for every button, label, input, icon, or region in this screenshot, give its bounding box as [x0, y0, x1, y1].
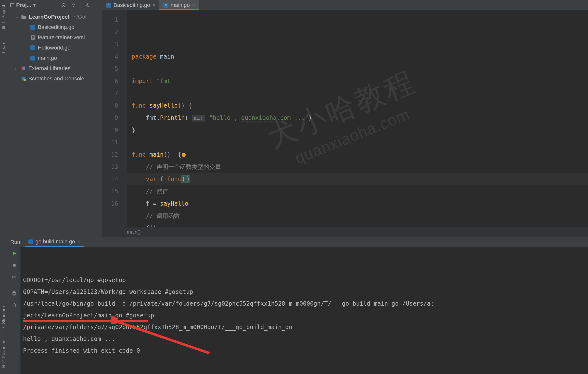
svg-rect-13	[32, 36, 34, 37]
intention-bulb-icon[interactable]	[131, 139, 138, 146]
text-file-icon	[30, 35, 35, 40]
run-panel: Run: go build main.go × GOROOT=/us	[8, 237, 588, 374]
tree-item-main[interactable]: main.go	[8, 53, 102, 63]
fold-strip[interactable]	[122, 10, 127, 227]
svg-rect-18	[22, 67, 23, 70]
svg-text:G: G	[165, 3, 167, 7]
code-line[interactable]: fmt.Println( a…: "hello , quanxiaoha.com…	[132, 112, 588, 124]
breadcrumb[interactable]: main()	[102, 227, 588, 237]
project-toolbar: Proj... ▾	[8, 0, 102, 10]
layout-icon[interactable]	[11, 273, 18, 281]
left-rail: 1: Project Learn 7: Structure 2: Favorit…	[0, 0, 8, 374]
run-header: Run: go build main.go ×	[8, 237, 588, 247]
code-line[interactable]: import "fmt"	[132, 75, 588, 87]
svg-rect-6	[96, 5, 99, 5]
close-icon[interactable]: ×	[77, 238, 81, 245]
tab-main[interactable]: G main.go ×	[159, 0, 199, 10]
svg-rect-20	[24, 67, 25, 70]
main-column: Proj... ▾ G Basicediting.go ×	[8, 0, 588, 374]
code-line[interactable]: var f func()	[127, 173, 588, 185]
print-icon[interactable]	[11, 290, 18, 297]
expand-all-icon[interactable]	[70, 2, 76, 8]
code-line[interactable]: func sayHello() {	[132, 100, 588, 112]
code-line[interactable]	[132, 87, 588, 100]
stop-icon[interactable]	[11, 262, 18, 269]
project-view-icon	[10, 3, 14, 7]
select-opened-file-icon[interactable]	[61, 2, 66, 8]
close-icon[interactable]: ×	[153, 2, 155, 8]
breadcrumb-label: main()	[127, 229, 141, 235]
code-line[interactable]: // 调用函数	[132, 210, 588, 222]
code-line[interactable]: // 赋值	[132, 185, 588, 198]
output-line: jects/LearnGoProject/main.go #gosetup	[23, 310, 586, 321]
output-line: /private/var/folders/g7/sg02phc552qffxx1…	[23, 321, 586, 333]
top-row: Proj... ▾ G Basicediting.go ×	[8, 0, 588, 10]
gear-icon[interactable]	[84, 2, 90, 8]
svg-rect-16	[30, 45, 35, 50]
code-line[interactable]: // 声明一个函数类型的变量	[132, 161, 588, 173]
tree-item-label: External Libraries	[28, 64, 70, 73]
svg-rect-17	[30, 56, 35, 61]
rail-structure[interactable]: 7: Structure	[1, 304, 6, 331]
run-sidebar	[8, 247, 21, 374]
trash-icon[interactable]	[11, 301, 18, 309]
chevron-right-icon: ›	[15, 64, 19, 73]
tree-item-label: Scratches and Console	[28, 75, 84, 83]
code-line[interactable]: f()	[132, 222, 588, 227]
svg-rect-2	[10, 3, 11, 7]
tree-item-feature[interactable]: feature-trainer-versi	[8, 32, 102, 43]
tree-scratches[interactable]: Scratches and Console	[8, 74, 102, 84]
tree-root-path: ~/Gol	[73, 13, 86, 21]
go-file-icon: G	[106, 3, 111, 8]
tree-item-helloworld[interactable]: Helloworld.go	[8, 43, 102, 53]
tree-external-libraries[interactable]: › External Libraries	[8, 63, 102, 74]
go-file-icon	[30, 25, 35, 30]
tree-item-label: main.go	[38, 54, 57, 62]
code-line[interactable]	[132, 63, 588, 75]
svg-rect-28	[13, 294, 15, 295]
annotation-underline	[23, 320, 148, 322]
tab-label: Basicediting.go	[114, 2, 150, 8]
rail-project[interactable]: 1: Project	[1, 2, 6, 32]
code-area[interactable]: package mainimport "fmt"func sayHello() …	[127, 10, 588, 227]
svg-rect-23	[183, 158, 185, 158]
rerun-icon[interactable]	[11, 250, 18, 257]
project-view-label: Proj...	[16, 2, 31, 8]
tab-label: main.go	[171, 2, 190, 8]
rail-favorites[interactable]: 2: Favorites	[1, 337, 6, 371]
close-icon[interactable]: ×	[192, 2, 195, 8]
svg-rect-24	[28, 239, 33, 244]
run-title: Run:	[10, 239, 22, 245]
tree-item-label: Basicediting.go	[38, 23, 74, 31]
output-line: hello , quanxiaoha.com ...	[23, 333, 586, 345]
code-line[interactable]	[132, 136, 588, 149]
scratches-icon	[21, 76, 26, 81]
run-output[interactable]: GOROOT=/usr/local/go #gosetupGOPATH=/Use…	[21, 247, 588, 374]
go-file-icon: G	[163, 3, 168, 8]
tree-item-basicediting[interactable]: Basicediting.go	[8, 22, 102, 32]
project-view-select[interactable]: Proj... ▾	[10, 2, 36, 8]
editor-body[interactable]: 12345678910111213141516 package mainimpo…	[102, 10, 588, 227]
code-line[interactable]: func main() {	[132, 149, 588, 161]
code-line[interactable]: f = sayHello	[132, 198, 588, 210]
svg-rect-0	[3, 26, 5, 29]
folder-icon	[21, 14, 26, 20]
run-config-icon	[28, 239, 33, 244]
rail-learn[interactable]: Learn	[1, 39, 6, 55]
libraries-icon	[21, 66, 26, 71]
code-line[interactable]: }	[132, 124, 588, 136]
editor-tab-bar: G Basicediting.go × G main.go ×	[102, 0, 588, 10]
output-line: GOROOT=/usr/local/go #gosetup	[23, 274, 586, 286]
project-tree[interactable]: ⌄ LearnGoProject ~/Gol Basicediting.go f…	[8, 10, 102, 237]
run-tab[interactable]: go build main.go ×	[25, 237, 84, 247]
code-line[interactable]: package main	[132, 50, 588, 63]
go-file-icon	[30, 56, 35, 61]
svg-rect-19	[23, 67, 24, 70]
output-line: Process finished with exit code 0	[23, 345, 586, 357]
svg-rect-25	[13, 264, 15, 266]
tree-item-label: feature-trainer-versi	[38, 33, 85, 42]
minimize-icon[interactable]	[94, 2, 100, 8]
tree-root[interactable]: ⌄ LearnGoProject ~/Gol	[8, 12, 102, 22]
editor-gutter[interactable]: 12345678910111213141516	[102, 10, 122, 227]
tab-basicediting[interactable]: G Basicediting.go ×	[102, 0, 159, 10]
